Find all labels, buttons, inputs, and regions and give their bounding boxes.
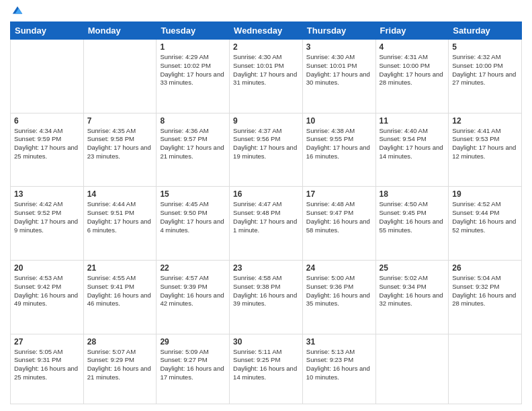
day-number: 18 xyxy=(380,189,445,199)
calendar-cell: 29Sunrise: 5:09 AM Sunset: 9:27 PM Dayli… xyxy=(157,334,230,404)
day-info: Sunrise: 5:02 AM Sunset: 9:34 PM Dayligh… xyxy=(380,274,445,308)
calendar-cell xyxy=(83,40,157,113)
calendar-cell: 20Sunrise: 4:53 AM Sunset: 9:42 PM Dayli… xyxy=(11,260,84,334)
calendar-cell: 18Sunrise: 4:50 AM Sunset: 9:45 PM Dayli… xyxy=(375,187,449,261)
day-number: 26 xyxy=(452,263,518,273)
calendar-cell: 10Sunrise: 4:38 AM Sunset: 9:55 PM Dayli… xyxy=(302,113,375,187)
calendar-cell: 6Sunrise: 4:34 AM Sunset: 9:59 PM Daylig… xyxy=(11,113,84,187)
page: SundayMondayTuesdayWednesdayThursdayFrid… xyxy=(0,0,532,411)
calendar-cell: 1Sunrise: 4:29 AM Sunset: 10:02 PM Dayli… xyxy=(157,40,230,113)
calendar-cell: 27Sunrise: 5:05 AM Sunset: 9:31 PM Dayli… xyxy=(11,334,84,404)
day-number: 5 xyxy=(452,42,518,52)
calendar-cell: 24Sunrise: 5:00 AM Sunset: 9:36 PM Dayli… xyxy=(302,260,375,334)
calendar-cell: 8Sunrise: 4:36 AM Sunset: 9:57 PM Daylig… xyxy=(157,113,230,187)
calendar-cell xyxy=(375,334,449,404)
day-number: 25 xyxy=(380,263,445,273)
calendar-cell: 30Sunrise: 5:11 AM Sunset: 9:25 PM Dayli… xyxy=(230,334,303,404)
calendar-cell xyxy=(11,40,84,113)
calendar-table: SundayMondayTuesdayWednesdayThursdayFrid… xyxy=(10,21,522,404)
weekday-header: Tuesday xyxy=(157,22,230,40)
calendar-cell: 2Sunrise: 4:30 AM Sunset: 10:01 PM Dayli… xyxy=(230,40,303,113)
calendar-week-row: 13Sunrise: 4:42 AM Sunset: 9:52 PM Dayli… xyxy=(11,187,522,261)
day-number: 7 xyxy=(87,116,153,126)
day-info: Sunrise: 4:38 AM Sunset: 9:55 PM Dayligh… xyxy=(306,127,372,161)
calendar-cell: 11Sunrise: 4:40 AM Sunset: 9:54 PM Dayli… xyxy=(375,113,449,187)
logo-icon xyxy=(11,4,24,16)
day-info: Sunrise: 4:29 AM Sunset: 10:02 PM Daylig… xyxy=(160,53,226,87)
day-number: 27 xyxy=(14,337,80,347)
day-info: Sunrise: 4:31 AM Sunset: 10:00 PM Daylig… xyxy=(380,53,445,87)
day-info: Sunrise: 5:00 AM Sunset: 9:36 PM Dayligh… xyxy=(306,274,372,308)
calendar-cell: 13Sunrise: 4:42 AM Sunset: 9:52 PM Dayli… xyxy=(11,187,84,261)
day-number: 19 xyxy=(452,189,518,199)
day-number: 30 xyxy=(233,337,299,347)
day-info: Sunrise: 4:42 AM Sunset: 9:52 PM Dayligh… xyxy=(14,200,80,234)
day-info: Sunrise: 4:44 AM Sunset: 9:51 PM Dayligh… xyxy=(87,200,153,234)
day-number: 29 xyxy=(160,337,226,347)
day-info: Sunrise: 4:55 AM Sunset: 9:41 PM Dayligh… xyxy=(87,274,153,308)
calendar-cell: 22Sunrise: 4:57 AM Sunset: 9:39 PM Dayli… xyxy=(157,260,230,334)
calendar-cell: 23Sunrise: 4:58 AM Sunset: 9:38 PM Dayli… xyxy=(230,260,303,334)
day-number: 2 xyxy=(233,42,299,52)
weekday-header: Thursday xyxy=(302,22,375,40)
calendar-cell: 5Sunrise: 4:32 AM Sunset: 10:00 PM Dayli… xyxy=(449,40,522,113)
day-info: Sunrise: 4:50 AM Sunset: 9:45 PM Dayligh… xyxy=(380,200,445,234)
logo xyxy=(10,7,24,16)
day-info: Sunrise: 5:07 AM Sunset: 9:29 PM Dayligh… xyxy=(87,348,153,382)
calendar-cell: 16Sunrise: 4:47 AM Sunset: 9:48 PM Dayli… xyxy=(230,187,303,261)
day-info: Sunrise: 5:09 AM Sunset: 9:27 PM Dayligh… xyxy=(160,348,226,382)
weekday-header: Wednesday xyxy=(230,22,303,40)
day-info: Sunrise: 4:52 AM Sunset: 9:44 PM Dayligh… xyxy=(452,200,518,234)
calendar-cell: 25Sunrise: 5:02 AM Sunset: 9:34 PM Dayli… xyxy=(375,260,449,334)
calendar-cell: 14Sunrise: 4:44 AM Sunset: 9:51 PM Dayli… xyxy=(83,187,157,261)
day-info: Sunrise: 4:47 AM Sunset: 9:48 PM Dayligh… xyxy=(233,200,299,234)
day-info: Sunrise: 4:30 AM Sunset: 10:01 PM Daylig… xyxy=(233,53,299,87)
day-number: 14 xyxy=(87,189,153,199)
calendar-cell: 4Sunrise: 4:31 AM Sunset: 10:00 PM Dayli… xyxy=(375,40,449,113)
day-info: Sunrise: 4:34 AM Sunset: 9:59 PM Dayligh… xyxy=(14,127,80,161)
day-number: 15 xyxy=(160,189,226,199)
day-number: 22 xyxy=(160,263,226,273)
day-number: 17 xyxy=(306,189,372,199)
calendar-week-row: 20Sunrise: 4:53 AM Sunset: 9:42 PM Dayli… xyxy=(11,260,522,334)
day-number: 8 xyxy=(160,116,226,126)
calendar-cell: 15Sunrise: 4:45 AM Sunset: 9:50 PM Dayli… xyxy=(157,187,230,261)
calendar-week-row: 6Sunrise: 4:34 AM Sunset: 9:59 PM Daylig… xyxy=(11,113,522,187)
day-number: 6 xyxy=(14,116,80,126)
calendar-cell: 21Sunrise: 4:55 AM Sunset: 9:41 PM Dayli… xyxy=(83,260,157,334)
calendar-week-row: 27Sunrise: 5:05 AM Sunset: 9:31 PM Dayli… xyxy=(11,334,522,404)
calendar-cell: 3Sunrise: 4:30 AM Sunset: 10:01 PM Dayli… xyxy=(302,40,375,113)
weekday-header: Monday xyxy=(83,22,157,40)
day-number: 16 xyxy=(233,189,299,199)
weekday-header: Friday xyxy=(375,22,449,40)
day-number: 21 xyxy=(87,263,153,273)
day-info: Sunrise: 4:45 AM Sunset: 9:50 PM Dayligh… xyxy=(160,200,226,234)
calendar-cell: 12Sunrise: 4:41 AM Sunset: 9:53 PM Dayli… xyxy=(449,113,522,187)
day-number: 20 xyxy=(14,263,80,273)
day-number: 10 xyxy=(306,116,372,126)
day-info: Sunrise: 4:48 AM Sunset: 9:47 PM Dayligh… xyxy=(306,200,372,234)
day-number: 28 xyxy=(87,337,153,347)
day-info: Sunrise: 4:36 AM Sunset: 9:57 PM Dayligh… xyxy=(160,127,226,161)
day-info: Sunrise: 4:32 AM Sunset: 10:00 PM Daylig… xyxy=(452,53,518,87)
day-number: 9 xyxy=(233,116,299,126)
day-number: 13 xyxy=(14,189,80,199)
day-info: Sunrise: 5:04 AM Sunset: 9:32 PM Dayligh… xyxy=(452,274,518,308)
day-info: Sunrise: 4:57 AM Sunset: 9:39 PM Dayligh… xyxy=(160,274,226,308)
day-info: Sunrise: 4:58 AM Sunset: 9:38 PM Dayligh… xyxy=(233,274,299,308)
day-info: Sunrise: 4:35 AM Sunset: 9:58 PM Dayligh… xyxy=(87,127,153,161)
day-number: 3 xyxy=(306,42,372,52)
day-info: Sunrise: 5:11 AM Sunset: 9:25 PM Dayligh… xyxy=(233,348,299,382)
calendar-cell: 19Sunrise: 4:52 AM Sunset: 9:44 PM Dayli… xyxy=(449,187,522,261)
day-number: 4 xyxy=(380,42,445,52)
day-number: 31 xyxy=(306,337,372,347)
day-info: Sunrise: 5:05 AM Sunset: 9:31 PM Dayligh… xyxy=(14,348,80,382)
day-info: Sunrise: 4:53 AM Sunset: 9:42 PM Dayligh… xyxy=(14,274,80,308)
day-info: Sunrise: 4:37 AM Sunset: 9:56 PM Dayligh… xyxy=(233,127,299,161)
calendar-cell: 28Sunrise: 5:07 AM Sunset: 9:29 PM Dayli… xyxy=(83,334,157,404)
day-info: Sunrise: 4:41 AM Sunset: 9:53 PM Dayligh… xyxy=(452,127,518,161)
day-number: 1 xyxy=(160,42,226,52)
calendar-cell xyxy=(449,334,522,404)
weekday-header: Saturday xyxy=(449,22,522,40)
day-info: Sunrise: 5:13 AM Sunset: 9:23 PM Dayligh… xyxy=(306,348,372,382)
